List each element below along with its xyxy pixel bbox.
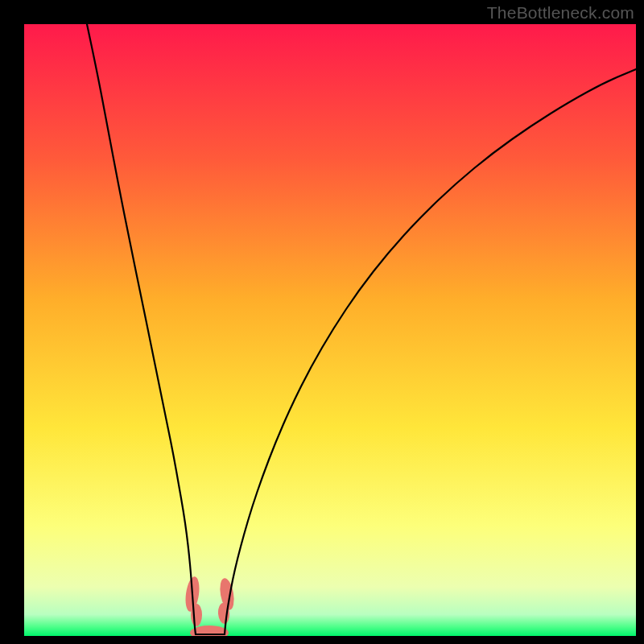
bottleneck-chart [0,0,644,644]
watermark-text: TheBottleneck.com [487,3,634,23]
chart-container: TheBottleneck.com [0,0,644,644]
plot-background [24,24,636,636]
